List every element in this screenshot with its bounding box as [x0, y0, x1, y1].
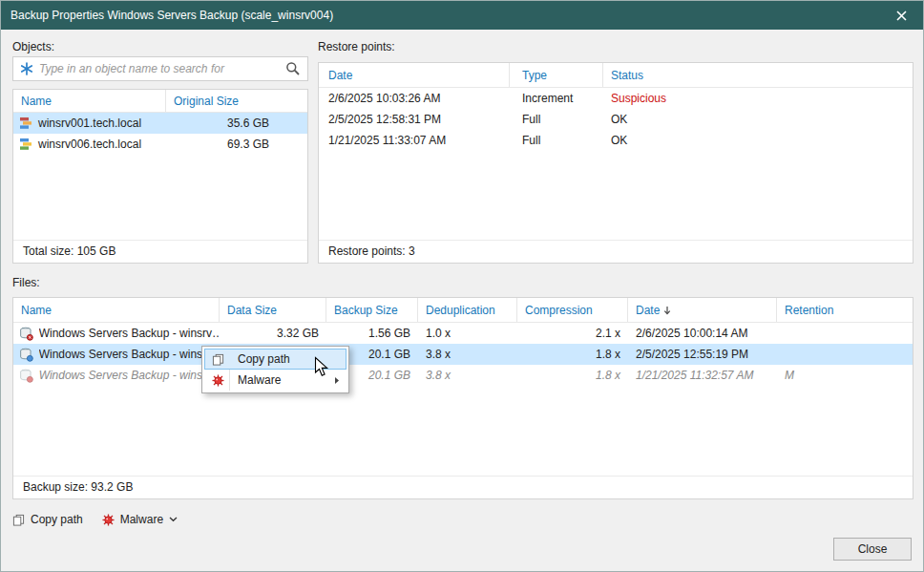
files-column-name[interactable]: Name — [13, 298, 220, 322]
chevron-down-icon — [169, 517, 178, 522]
object-search-box — [12, 56, 308, 81]
malware-label: Malware — [120, 513, 163, 526]
objects-table: Name Original Size winsrv001.tech.local … — [12, 89, 308, 264]
bottom-toolbar: Copy path Malware — [12, 509, 178, 530]
file-compression: 1.8 x — [517, 369, 628, 382]
close-icon — [896, 11, 907, 21]
context-menu: Copy path Malware — [201, 346, 349, 393]
titlebar: Backup Properties Windows Servers Backup… — [1, 1, 923, 30]
file-retention: M — [777, 369, 913, 382]
malware-button[interactable]: Malware — [102, 513, 178, 526]
restore-type: Full — [510, 134, 603, 147]
restore-date: 2/6/2025 10:03:26 AM — [319, 92, 510, 105]
file-dedup: 3.8 x — [418, 348, 517, 361]
object-name: winsrv006.tech.local — [38, 138, 141, 151]
files-table: Name Data Size Backup Size Deduplication… — [12, 297, 914, 499]
objects-table-header: Name Original Size — [13, 90, 307, 113]
objects-total-size: Total size: 105 GB — [13, 240, 307, 263]
object-row-winsrv001[interactable]: winsrv001.tech.local 35.6 GB — [13, 113, 307, 134]
veeam-star-icon — [20, 62, 33, 75]
object-size: 69.3 GB — [166, 138, 307, 151]
files-column-compression[interactable]: Compression — [517, 298, 628, 322]
files-section-label: Files: — [12, 276, 40, 289]
search-icon[interactable] — [285, 61, 301, 76]
menu-item-label: Malware — [230, 373, 334, 387]
files-column-data-size[interactable]: Data Size — [220, 298, 326, 322]
restore-type: Full — [510, 113, 603, 126]
backup-file-suspicious-icon — [19, 327, 33, 341]
file-compression: 2.1 x — [517, 327, 628, 340]
object-size: 35.6 GB — [166, 117, 307, 130]
file-compression: 1.8 x — [517, 348, 628, 361]
titlebar-close-button[interactable] — [889, 3, 914, 28]
copy-icon — [12, 514, 25, 526]
malware-icon — [102, 514, 115, 526]
file-date: 2/6/2025 10:00:14 AM — [628, 327, 777, 340]
restore-points-count: Restore points: 3 — [319, 240, 913, 263]
file-data-size: 3.32 GB — [220, 327, 326, 340]
close-button[interactable]: Close — [833, 538, 912, 561]
object-name: winsrv001.tech.local — [38, 117, 141, 130]
sort-descending-icon — [663, 306, 671, 315]
restore-point-row[interactable]: 1/21/2025 11:33:07 AM Full OK — [319, 130, 913, 151]
file-row[interactable]: Windows Servers Backup - winsrv… 3.32 GB… — [13, 323, 913, 344]
restore-points-table: Date Type Status 2/6/2025 10:03:26 AM In… — [318, 62, 914, 264]
file-row[interactable]: Windows Servers Backup - winsrv… 20.1 GB… — [13, 344, 913, 365]
files-column-retention[interactable]: Retention — [777, 298, 913, 322]
restore-column-date[interactable]: Date — [319, 63, 510, 87]
restore-point-row[interactable]: 2/5/2025 12:58:31 PM Full OK — [319, 109, 913, 130]
submenu-arrow-icon — [334, 376, 340, 385]
copy-icon — [212, 353, 224, 366]
file-name: Windows Servers Backup - winsrv… — [39, 348, 220, 361]
restore-column-type[interactable]: Type — [510, 63, 603, 87]
restore-status: OK — [603, 134, 913, 147]
file-name: Windows Servers Backup - winsrv… — [39, 327, 220, 340]
file-date: 1/21/2025 11:32:57 AM — [628, 369, 777, 382]
backup-properties-dialog: Backup Properties Windows Servers Backup… — [0, 0, 924, 572]
objects-column-original-size[interactable]: Original Size — [166, 90, 307, 112]
menu-item-label: Copy path — [230, 352, 346, 366]
restore-points-section-label: Restore points: — [318, 40, 395, 53]
server-icon — [19, 138, 32, 151]
restore-status: OK — [603, 113, 913, 126]
files-column-deduplication[interactable]: Deduplication — [418, 298, 517, 322]
file-name: Windows Servers Backup - winsrv… — [39, 369, 220, 382]
menu-item-malware[interactable]: Malware — [204, 370, 346, 391]
objects-column-name[interactable]: Name — [13, 90, 166, 112]
copy-path-label: Copy path — [31, 513, 83, 526]
restore-type: Increment — [510, 92, 603, 105]
backup-file-malware-icon — [19, 369, 33, 383]
files-backup-size-total: Backup size: 93.2 GB — [13, 476, 913, 498]
object-row-winsrv006[interactable]: winsrv006.tech.local 69.3 GB — [13, 134, 307, 155]
window-title: Backup Properties Windows Servers Backup… — [10, 9, 889, 22]
file-row[interactable]: Windows Servers Backup - winsrv… 20.1 GB… — [13, 365, 913, 386]
files-column-backup-size[interactable]: Backup Size — [326, 298, 418, 322]
restore-status: Suspicious — [603, 92, 913, 105]
restore-date: 2/5/2025 12:58:31 PM — [319, 113, 510, 126]
copy-path-button[interactable]: Copy path — [12, 513, 83, 526]
file-date: 2/5/2025 12:55:19 PM — [628, 348, 777, 361]
file-backup-size: 1.56 GB — [326, 327, 418, 340]
restore-date: 1/21/2025 11:33:07 AM — [319, 134, 510, 147]
server-icon — [19, 117, 32, 130]
backup-file-icon — [19, 348, 33, 362]
restore-point-row[interactable]: 2/6/2025 10:03:26 AM Increment Suspiciou… — [319, 88, 913, 109]
files-column-date[interactable]: Date — [628, 298, 777, 322]
file-dedup: 1.0 x — [418, 327, 517, 340]
restore-points-header: Date Type Status — [319, 63, 913, 88]
restore-column-status[interactable]: Status — [603, 63, 913, 87]
object-search-input[interactable] — [39, 62, 280, 75]
objects-section-label: Objects: — [12, 40, 54, 53]
malware-icon — [212, 374, 224, 387]
files-table-header: Name Data Size Backup Size Deduplication… — [13, 298, 913, 323]
menu-item-copy-path[interactable]: Copy path — [204, 349, 346, 370]
file-dedup: 3.8 x — [418, 369, 517, 382]
